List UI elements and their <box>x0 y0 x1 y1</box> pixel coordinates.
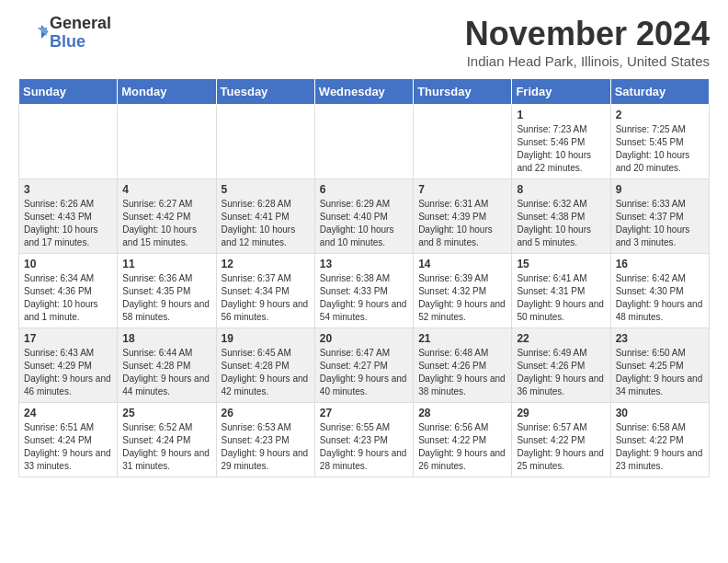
calendar-row-1: 3Sunrise: 6:26 AM Sunset: 4:43 PM Daylig… <box>19 179 710 254</box>
weekday-header-monday: Monday <box>118 79 216 105</box>
day-number: 2 <box>616 109 704 121</box>
day-number: 18 <box>122 332 210 345</box>
day-number: 22 <box>517 332 605 345</box>
month-title: November 2024 <box>465 15 710 53</box>
day-info: Sunrise: 6:42 AM Sunset: 4:30 PM Dayligh… <box>616 272 704 324</box>
calendar-cell <box>414 105 512 179</box>
calendar-cell: 25Sunrise: 6:52 AM Sunset: 4:24 PM Dayli… <box>118 403 216 477</box>
calendar-cell: 5Sunrise: 6:28 AM Sunset: 4:41 PM Daylig… <box>216 179 314 254</box>
calendar-cell: 20Sunrise: 6:47 AM Sunset: 4:27 PM Dayli… <box>314 328 413 403</box>
day-info: Sunrise: 6:32 AM Sunset: 4:38 PM Dayligh… <box>517 198 605 249</box>
day-number: 27 <box>320 407 408 419</box>
calendar-cell: 14Sunrise: 6:39 AM Sunset: 4:32 PM Dayli… <box>414 254 512 328</box>
calendar-cell: 28Sunrise: 6:56 AM Sunset: 4:22 PM Dayli… <box>414 403 512 477</box>
calendar-cell: 1Sunrise: 7:23 AM Sunset: 5:46 PM Daylig… <box>512 105 610 179</box>
calendar-cell: 9Sunrise: 6:33 AM Sunset: 4:37 PM Daylig… <box>610 179 709 254</box>
day-number: 28 <box>418 407 506 419</box>
calendar-cell: 19Sunrise: 6:45 AM Sunset: 4:28 PM Dayli… <box>216 328 314 403</box>
logo-line1: General <box>50 15 111 33</box>
day-info: Sunrise: 6:48 AM Sunset: 4:26 PM Dayligh… <box>418 347 506 398</box>
weekday-header-wednesday: Wednesday <box>314 79 413 105</box>
calendar-cell: 4Sunrise: 6:27 AM Sunset: 4:42 PM Daylig… <box>118 179 216 254</box>
calendar-cell: 21Sunrise: 6:48 AM Sunset: 4:26 PM Dayli… <box>414 328 512 403</box>
calendar-cell: 10Sunrise: 6:34 AM Sunset: 4:36 PM Dayli… <box>19 254 118 328</box>
page-header: General Blue November 2024 Indian Head P… <box>18 15 710 69</box>
day-number: 1 <box>517 109 605 121</box>
calendar-cell: 29Sunrise: 6:57 AM Sunset: 4:22 PM Dayli… <box>512 403 610 477</box>
day-info: Sunrise: 6:49 AM Sunset: 4:26 PM Dayligh… <box>517 347 605 398</box>
day-number: 15 <box>517 258 605 270</box>
calendar-cell: 12Sunrise: 6:37 AM Sunset: 4:34 PM Dayli… <box>216 254 314 328</box>
day-number: 4 <box>122 183 210 196</box>
day-number: 13 <box>320 258 408 270</box>
day-info: Sunrise: 6:58 AM Sunset: 4:22 PM Dayligh… <box>616 421 704 473</box>
calendar-cell <box>216 105 314 179</box>
calendar-row-3: 17Sunrise: 6:43 AM Sunset: 4:29 PM Dayli… <box>19 328 710 403</box>
calendar-cell <box>314 105 413 179</box>
day-info: Sunrise: 7:25 AM Sunset: 5:45 PM Dayligh… <box>616 123 704 175</box>
day-info: Sunrise: 7:23 AM Sunset: 5:46 PM Dayligh… <box>517 123 605 175</box>
day-info: Sunrise: 6:43 AM Sunset: 4:29 PM Dayligh… <box>24 347 112 398</box>
weekday-header-friday: Friday <box>512 79 610 105</box>
calendar-row-0: 1Sunrise: 7:23 AM Sunset: 5:46 PM Daylig… <box>19 105 710 179</box>
day-number: 26 <box>222 407 310 419</box>
day-number: 6 <box>320 183 408 196</box>
calendar-cell: 13Sunrise: 6:38 AM Sunset: 4:33 PM Dayli… <box>314 254 413 328</box>
weekday-header-tuesday: Tuesday <box>216 79 314 105</box>
day-number: 9 <box>616 183 704 196</box>
calendar-cell <box>118 105 216 179</box>
day-info: Sunrise: 6:55 AM Sunset: 4:23 PM Dayligh… <box>320 421 408 473</box>
day-info: Sunrise: 6:57 AM Sunset: 4:22 PM Dayligh… <box>517 421 605 473</box>
calendar-row-2: 10Sunrise: 6:34 AM Sunset: 4:36 PM Dayli… <box>19 254 710 328</box>
day-number: 3 <box>24 183 112 196</box>
day-number: 12 <box>222 258 310 270</box>
calendar-cell <box>19 105 118 179</box>
calendar-cell: 23Sunrise: 6:50 AM Sunset: 4:25 PM Dayli… <box>610 328 709 403</box>
calendar-cell: 22Sunrise: 6:49 AM Sunset: 4:26 PM Dayli… <box>512 328 610 403</box>
weekday-header-sunday: Sunday <box>19 79 118 105</box>
calendar-cell: 11Sunrise: 6:36 AM Sunset: 4:35 PM Dayli… <box>118 254 216 328</box>
title-area: November 2024 Indian Head Park, Illinois… <box>465 15 710 69</box>
day-info: Sunrise: 6:37 AM Sunset: 4:34 PM Dayligh… <box>222 272 310 324</box>
day-info: Sunrise: 6:56 AM Sunset: 4:22 PM Dayligh… <box>418 421 506 473</box>
day-number: 5 <box>222 183 310 196</box>
calendar-cell: 2Sunrise: 7:25 AM Sunset: 5:45 PM Daylig… <box>610 105 709 179</box>
day-info: Sunrise: 6:52 AM Sunset: 4:24 PM Dayligh… <box>122 421 210 473</box>
day-info: Sunrise: 6:51 AM Sunset: 4:24 PM Dayligh… <box>24 421 112 473</box>
calendar-table: SundayMondayTuesdayWednesdayThursdayFrid… <box>18 78 710 477</box>
calendar-cell: 17Sunrise: 6:43 AM Sunset: 4:29 PM Dayli… <box>19 328 118 403</box>
calendar-cell: 24Sunrise: 6:51 AM Sunset: 4:24 PM Dayli… <box>19 403 118 477</box>
calendar-cell: 30Sunrise: 6:58 AM Sunset: 4:22 PM Dayli… <box>610 403 709 477</box>
weekday-header-saturday: Saturday <box>610 79 709 105</box>
calendar-cell: 7Sunrise: 6:31 AM Sunset: 4:39 PM Daylig… <box>414 179 512 254</box>
day-number: 19 <box>222 332 310 345</box>
logo-line2: Blue <box>50 33 111 52</box>
day-info: Sunrise: 6:44 AM Sunset: 4:28 PM Dayligh… <box>122 347 210 398</box>
calendar-row-4: 24Sunrise: 6:51 AM Sunset: 4:24 PM Dayli… <box>19 403 710 477</box>
day-number: 17 <box>24 332 112 345</box>
day-info: Sunrise: 6:31 AM Sunset: 4:39 PM Dayligh… <box>418 198 506 249</box>
logo-text: General Blue <box>50 15 111 52</box>
day-number: 16 <box>616 258 704 270</box>
day-info: Sunrise: 6:27 AM Sunset: 4:42 PM Dayligh… <box>122 198 210 249</box>
day-info: Sunrise: 6:39 AM Sunset: 4:32 PM Dayligh… <box>418 272 506 324</box>
day-number: 23 <box>616 332 704 345</box>
calendar-cell: 16Sunrise: 6:42 AM Sunset: 4:30 PM Dayli… <box>610 254 709 328</box>
day-number: 14 <box>418 258 506 270</box>
calendar-cell: 18Sunrise: 6:44 AM Sunset: 4:28 PM Dayli… <box>118 328 216 403</box>
day-number: 8 <box>517 183 605 196</box>
day-info: Sunrise: 6:33 AM Sunset: 4:37 PM Dayligh… <box>616 198 704 249</box>
day-info: Sunrise: 6:26 AM Sunset: 4:43 PM Dayligh… <box>24 198 112 249</box>
logo: General Blue <box>18 15 111 52</box>
calendar-cell: 15Sunrise: 6:41 AM Sunset: 4:31 PM Dayli… <box>512 254 610 328</box>
day-info: Sunrise: 6:41 AM Sunset: 4:31 PM Dayligh… <box>517 272 605 324</box>
day-number: 24 <box>24 407 112 419</box>
day-info: Sunrise: 6:50 AM Sunset: 4:25 PM Dayligh… <box>616 347 704 398</box>
day-number: 10 <box>24 258 112 270</box>
day-info: Sunrise: 6:34 AM Sunset: 4:36 PM Dayligh… <box>24 272 112 324</box>
day-info: Sunrise: 6:53 AM Sunset: 4:23 PM Dayligh… <box>222 421 310 473</box>
day-info: Sunrise: 6:28 AM Sunset: 4:41 PM Dayligh… <box>222 198 310 249</box>
day-number: 20 <box>320 332 408 345</box>
day-number: 7 <box>418 183 506 196</box>
calendar-cell: 26Sunrise: 6:53 AM Sunset: 4:23 PM Dayli… <box>216 403 314 477</box>
